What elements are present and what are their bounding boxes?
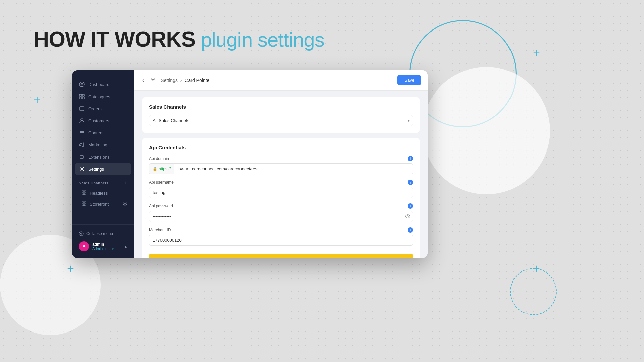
sidebar-item-label-dashboard: Dashboard bbox=[88, 82, 110, 87]
deco-circle-white bbox=[423, 67, 550, 194]
sidebar-item-label-content: Content bbox=[88, 130, 104, 135]
svg-rect-21 bbox=[82, 204, 84, 206]
sidebar-item-label-settings: Settings bbox=[88, 167, 104, 172]
headless-icon bbox=[82, 190, 86, 196]
sidebar: Dashboard Catalogues bbox=[72, 70, 134, 258]
api-username-input[interactable] bbox=[149, 187, 413, 198]
settings-icon bbox=[79, 166, 85, 172]
api-password-label: Api password bbox=[149, 204, 408, 208]
content-icon bbox=[79, 130, 85, 136]
sales-channels-section-title: Sales Channels bbox=[149, 104, 413, 110]
api-domain-input-wrapper: 🔒 https:// bbox=[149, 163, 413, 174]
breadcrumb: Settings › Card Pointe bbox=[161, 78, 209, 83]
svg-rect-6 bbox=[80, 107, 84, 111]
api-username-label: Api username bbox=[149, 180, 408, 185]
sidebar-item-storefront[interactable]: Storefront bbox=[75, 199, 131, 210]
api-domain-prefix-text: https:// bbox=[159, 167, 171, 171]
sidebar-item-label-customers: Customers bbox=[88, 118, 109, 123]
catalogues-icon bbox=[79, 94, 85, 100]
svg-rect-15 bbox=[82, 191, 84, 192]
breadcrumb-current: Card Pointe bbox=[184, 78, 209, 83]
svg-point-25 bbox=[152, 79, 154, 80]
api-username-group: Api username i bbox=[149, 180, 413, 198]
top-bar: ‹ Settings › Card Pointe Save bbox=[134, 70, 428, 90]
page-header: HOW IT WORKS plugin settings bbox=[34, 27, 324, 52]
api-domain-prefix: 🔒 https:// bbox=[149, 164, 174, 174]
api-password-group: Api password i bbox=[149, 203, 413, 222]
svg-rect-20 bbox=[84, 202, 86, 203]
storefront-eye-button[interactable] bbox=[123, 201, 127, 207]
save-button[interactable]: Save bbox=[397, 75, 421, 85]
svg-rect-19 bbox=[82, 202, 84, 203]
api-username-label-row: Api username i bbox=[149, 180, 413, 185]
sales-channels-card: Sales Channels All Sales Channels Headle… bbox=[142, 97, 420, 133]
merchant-id-label-row: Merchant ID i bbox=[149, 227, 413, 233]
api-password-label-row: Api password i bbox=[149, 203, 413, 209]
svg-rect-4 bbox=[79, 97, 82, 99]
sidebar-item-label-extensions: Extensions bbox=[88, 155, 110, 160]
svg-rect-10 bbox=[80, 131, 84, 132]
api-domain-label-row: Api domain i bbox=[149, 156, 413, 161]
user-role: Administrator bbox=[92, 247, 121, 251]
back-button[interactable]: ‹ bbox=[141, 76, 145, 85]
sidebar-item-label-catalogues: Catalogues bbox=[88, 94, 110, 99]
svg-point-1 bbox=[81, 84, 83, 85]
deco-plus-top-left: + bbox=[34, 94, 41, 106]
svg-rect-16 bbox=[84, 191, 86, 192]
app-window: Dashboard Catalogues bbox=[72, 70, 428, 258]
customers-icon bbox=[79, 118, 85, 124]
user-avatar: A bbox=[79, 241, 89, 251]
settings-gear-button[interactable] bbox=[149, 76, 157, 84]
storefront-icon bbox=[82, 201, 86, 207]
marketing-icon bbox=[79, 142, 85, 148]
api-username-info-icon[interactable]: i bbox=[408, 180, 413, 185]
toggle-password-visibility-button[interactable] bbox=[405, 214, 410, 219]
sidebar-item-marketing[interactable]: Marketing bbox=[75, 139, 131, 151]
sales-channels-label: Sales Channels bbox=[79, 181, 108, 185]
deco-plus-top-right: + bbox=[533, 47, 540, 59]
user-name: admin bbox=[92, 242, 121, 247]
api-credentials-section-title: Api Credentials bbox=[149, 145, 413, 150]
svg-point-9 bbox=[81, 119, 83, 121]
api-password-input-wrapper bbox=[149, 211, 413, 222]
sidebar-item-extensions[interactable]: Extensions bbox=[75, 151, 131, 163]
api-domain-info-icon[interactable]: i bbox=[408, 156, 413, 161]
merchant-id-input[interactable] bbox=[149, 235, 413, 246]
collapse-menu-button[interactable]: Collapse menu bbox=[75, 229, 131, 239]
api-password-info-icon[interactable]: i bbox=[408, 203, 413, 209]
orders-icon bbox=[79, 106, 85, 112]
svg-point-0 bbox=[79, 82, 84, 87]
sales-channels-select[interactable]: All Sales Channels Headless Storefront bbox=[149, 115, 413, 126]
user-profile-row[interactable]: A admin Administrator ▲ bbox=[75, 239, 131, 254]
api-domain-label: Api domain bbox=[149, 156, 408, 161]
svg-point-26 bbox=[407, 216, 408, 217]
svg-rect-12 bbox=[80, 134, 83, 134]
svg-rect-2 bbox=[79, 94, 82, 96]
breadcrumb-parent: Settings bbox=[161, 78, 178, 83]
lock-icon: 🔒 bbox=[153, 167, 157, 171]
sidebar-item-headless[interactable]: Headless bbox=[75, 188, 131, 199]
test-api-credentials-button[interactable]: Test API credentials bbox=[149, 254, 413, 258]
main-content: ‹ Settings › Card Pointe Save Sa bbox=[134, 70, 428, 258]
collapse-menu-label: Collapse menu bbox=[86, 231, 113, 236]
top-bar-left: ‹ Settings › Card Pointe bbox=[141, 76, 209, 85]
sidebar-item-label-orders: Orders bbox=[88, 106, 102, 111]
sidebar-sub-item-label-headless: Headless bbox=[90, 191, 108, 196]
api-domain-input[interactable] bbox=[174, 164, 413, 174]
sidebar-nav: Dashboard Catalogues bbox=[72, 70, 134, 224]
sidebar-item-customers[interactable]: Customers bbox=[75, 115, 131, 127]
sales-channels-select-wrapper: All Sales Channels Headless Storefront ▾ bbox=[149, 115, 413, 126]
add-sales-channel-button[interactable]: + bbox=[124, 180, 127, 186]
sidebar-item-orders[interactable]: Orders bbox=[75, 103, 131, 115]
sidebar-item-settings[interactable]: Settings bbox=[75, 163, 131, 175]
sidebar-item-dashboard[interactable]: Dashboard bbox=[75, 78, 131, 90]
sidebar-item-catalogues[interactable]: Catalogues bbox=[75, 90, 131, 103]
svg-point-14 bbox=[81, 168, 83, 170]
sidebar-item-label-marketing: Marketing bbox=[88, 142, 107, 147]
svg-rect-18 bbox=[84, 193, 86, 195]
merchant-id-info-icon[interactable]: i bbox=[408, 227, 413, 233]
api-password-input[interactable] bbox=[149, 211, 413, 222]
svg-point-23 bbox=[124, 203, 126, 204]
user-initial: A bbox=[83, 244, 86, 249]
sidebar-item-content[interactable]: Content bbox=[75, 127, 131, 139]
